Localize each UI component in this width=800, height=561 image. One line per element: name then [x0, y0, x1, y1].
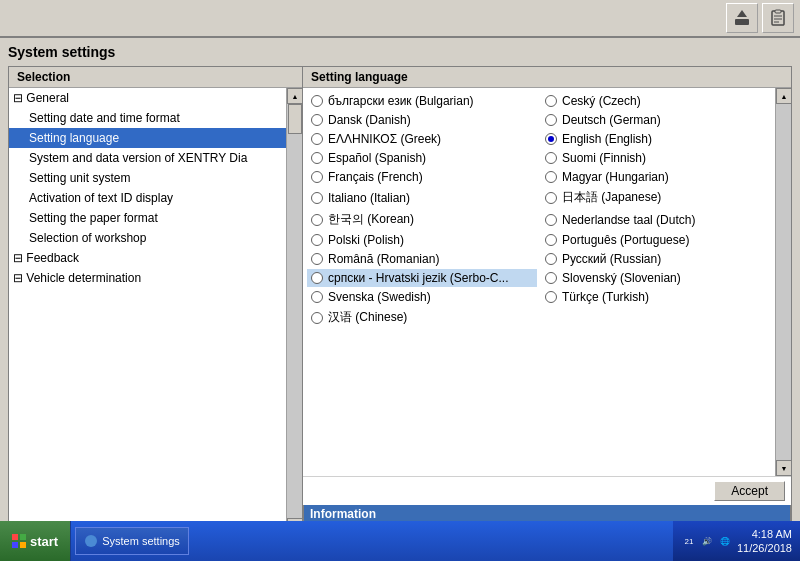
radio-russian[interactable]	[545, 253, 557, 265]
lang-romanian[interactable]: Română (Romanian)	[307, 250, 537, 268]
lang-spanish-label: Español (Spanish)	[328, 151, 426, 165]
radio-turkish[interactable]	[545, 291, 557, 303]
sidebar-item-feedback[interactable]: ⊟ Feedback	[9, 248, 286, 268]
radio-spanish[interactable]	[311, 152, 323, 164]
lang-chinese-label: 汉语 (Chinese)	[328, 309, 407, 326]
right-column: Setting language български език (Bulgari…	[303, 66, 792, 551]
tree-list: ⊟ General Setting date and time format S…	[9, 88, 286, 534]
accept-button[interactable]: Accept	[714, 481, 785, 501]
right-scroll-track	[776, 104, 791, 460]
lang-turkish[interactable]: Türkçe (Turkish)	[541, 288, 771, 306]
lang-danish-label: Dansk (Danish)	[328, 113, 411, 127]
radio-italian[interactable]	[311, 192, 323, 204]
radio-portuguese[interactable]	[545, 234, 557, 246]
tray-icon-network: 🌐	[717, 533, 733, 549]
radio-japanese[interactable]	[545, 192, 557, 204]
lang-english[interactable]: English (English)	[541, 130, 771, 148]
start-button[interactable]: start	[0, 521, 71, 561]
sidebar-item-language[interactable]: Setting language	[9, 128, 286, 148]
svg-rect-0	[735, 19, 749, 25]
radio-danish[interactable]	[311, 114, 323, 126]
radio-dutch[interactable]	[545, 214, 557, 226]
radio-english[interactable]	[545, 133, 557, 145]
toolbar	[0, 0, 800, 38]
radio-romanian[interactable]	[311, 253, 323, 265]
left-vscrollbar[interactable]: ▲ ▼	[286, 88, 302, 534]
svg-rect-10	[20, 542, 26, 548]
lang-dutch-label: Nederlandse taal (Dutch)	[562, 213, 695, 227]
lang-french-label: Français (French)	[328, 170, 423, 184]
radio-polish[interactable]	[311, 234, 323, 246]
lang-bulgarian[interactable]: български език (Bulgarian)	[307, 92, 537, 110]
lang-spanish[interactable]: Español (Spanish)	[307, 149, 537, 167]
clock: 4:18 AM 11/26/2018	[737, 527, 792, 556]
lang-danish[interactable]: Dansk (Danish)	[307, 111, 537, 129]
right-vscrollbar[interactable]: ▲ ▼	[775, 88, 791, 476]
sidebar-item-vehicle[interactable]: ⊟ Vehicle determination	[9, 268, 286, 288]
radio-finnish[interactable]	[545, 152, 557, 164]
language-panel-header: Setting language	[303, 67, 791, 88]
scroll-up-arrow[interactable]: ▲	[287, 88, 302, 104]
lang-finnish[interactable]: Suomi (Finnish)	[541, 149, 771, 167]
right-scroll-up[interactable]: ▲	[776, 88, 791, 104]
radio-swedish[interactable]	[311, 291, 323, 303]
lang-english-label: English (English)	[562, 132, 652, 146]
lang-greek-label: ΕΛΛΗΝΙΚΟΣ (Greek)	[328, 132, 441, 146]
language-grid: български език (Bulgarian) Ceský (Czech)…	[303, 88, 775, 476]
lang-italian-label: Italiano (Italian)	[328, 191, 410, 205]
sidebar-item-unit[interactable]: Setting unit system	[9, 168, 286, 188]
lang-bulgarian-label: български език (Bulgarian)	[328, 94, 474, 108]
radio-slovenian[interactable]	[545, 272, 557, 284]
svg-rect-7	[12, 534, 18, 540]
scroll-thumb[interactable]	[288, 104, 302, 134]
lang-hungarian[interactable]: Magyar (Hungarian)	[541, 168, 771, 186]
system-tray: 21 🔊 🌐 4:18 AM 11/26/2018	[673, 521, 800, 561]
radio-french[interactable]	[311, 171, 323, 183]
selection-header: Selection	[9, 67, 302, 88]
sidebar-item-paper[interactable]: Setting the paper format	[9, 208, 286, 228]
radio-serbian[interactable]	[311, 272, 323, 284]
sidebar-item-workshop[interactable]: Selection of workshop	[9, 228, 286, 248]
lang-japanese[interactable]: 日本語 (Japanese)	[541, 187, 771, 208]
radio-bulgarian[interactable]	[311, 95, 323, 107]
lang-swedish[interactable]: Svenska (Swedish)	[307, 288, 537, 306]
lang-italian[interactable]: Italiano (Italian)	[307, 187, 537, 208]
lang-hungarian-label: Magyar (Hungarian)	[562, 170, 669, 184]
radio-korean[interactable]	[311, 214, 323, 226]
right-scroll-down[interactable]: ▼	[776, 460, 791, 476]
lang-polish[interactable]: Polski (Polish)	[307, 231, 537, 249]
sidebar-item-general[interactable]: ⊟ General	[9, 88, 286, 108]
radio-chinese[interactable]	[311, 312, 323, 324]
sidebar-item-textid[interactable]: Activation of text ID display	[9, 188, 286, 208]
lang-french[interactable]: Français (French)	[307, 168, 537, 186]
lang-russian-label: Русский (Russian)	[562, 252, 661, 266]
lang-dutch[interactable]: Nederlandse taal (Dutch)	[541, 209, 771, 230]
lang-russian[interactable]: Русский (Russian)	[541, 250, 771, 268]
radio-german[interactable]	[545, 114, 557, 126]
taskbar-app-item[interactable]: System settings	[75, 527, 189, 555]
lang-german[interactable]: Deutsch (German)	[541, 111, 771, 129]
taskbar-app-label: System settings	[102, 535, 180, 547]
radio-greek[interactable]	[311, 133, 323, 145]
radio-hungarian[interactable]	[545, 171, 557, 183]
lang-czech[interactable]: Ceský (Czech)	[541, 92, 771, 110]
lang-portuguese[interactable]: Português (Portuguese)	[541, 231, 771, 249]
lang-greek[interactable]: ΕΛΛΗΝΙΚΟΣ (Greek)	[307, 130, 537, 148]
taskbar: start System settings 21 🔊 🌐 4:18 AM 11/…	[0, 521, 800, 561]
lang-slovenian[interactable]: Slovenský (Slovenian)	[541, 269, 771, 287]
radio-czech[interactable]	[545, 95, 557, 107]
language-grid-area: български език (Bulgarian) Ceský (Czech)…	[303, 88, 791, 476]
selection-panel: Selection ⊟ General Setting date and tim…	[8, 66, 303, 551]
language-panel: Setting language български език (Bulgari…	[303, 66, 792, 551]
clipboard-button[interactable]	[762, 3, 794, 33]
upload-button[interactable]	[726, 3, 758, 33]
page-title: System settings	[8, 44, 792, 60]
lang-chinese[interactable]: 汉语 (Chinese)	[307, 307, 537, 328]
sidebar-item-datetime[interactable]: Setting date and time format	[9, 108, 286, 128]
content-area: System settings Selection ⊟ General Sett…	[0, 38, 800, 559]
sidebar-item-xentry[interactable]: System and data version of XENTRY Dia	[9, 148, 286, 168]
lang-korean[interactable]: 한국의 (Korean)	[307, 209, 537, 230]
taskbar-items: System settings	[71, 527, 673, 555]
start-label: start	[30, 534, 58, 549]
lang-serbian[interactable]: српски - Hrvatski jezik (Serbo-C...	[307, 269, 537, 287]
